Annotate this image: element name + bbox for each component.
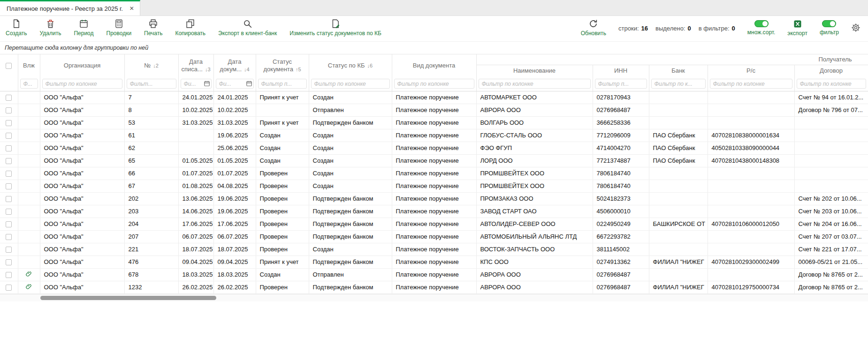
cell-status_kb[interactable]: Подтвержден банком: [309, 218, 392, 230]
cell-status_kb[interactable]: Создан: [309, 154, 392, 167]
cell-account[interactable]: [708, 230, 794, 243]
cell-contract[interactable]: [794, 154, 868, 167]
table-row[interactable]: ООО "Альфа"123226.02.202526.02.2025Прове…: [0, 281, 868, 293]
cell-doc_type[interactable]: Платежное поручение: [392, 116, 476, 129]
cell-status_doc[interactable]: [256, 104, 309, 116]
table-row[interactable]: ООО "Альфа"5331.03.202531.03.2025Принят …: [0, 116, 868, 129]
row-checkbox[interactable]: [6, 133, 12, 139]
row-select-cell[interactable]: [0, 205, 18, 218]
cell-name[interactable]: ГЛОБУС-СТАЛЬ ООО: [476, 129, 593, 142]
cell-status_kb[interactable]: Создан: [309, 167, 392, 180]
cell-status_doc[interactable]: Проверен: [256, 281, 309, 293]
filter-toggle[interactable]: фильтр: [820, 19, 839, 36]
horizontal-scrollbar[interactable]: [0, 294, 868, 301]
cell-date_doc[interactable]: 19.06.2025: [213, 205, 256, 218]
cell-date_doc[interactable]: 18.07.2025: [213, 243, 256, 256]
tab-close-icon[interactable]: ✕: [129, 5, 134, 12]
tab-payment-register[interactable]: Платежное поручение - Реестр за 2025 г. …: [0, 0, 140, 15]
cell-date_off[interactable]: 24.01.2025: [178, 91, 213, 104]
cell-inn[interactable]: 6672293782: [593, 230, 649, 243]
cell-date_doc[interactable]: 10.02.2025: [213, 104, 256, 116]
attachment-cell[interactable]: [18, 218, 40, 230]
filter-input-contract[interactable]: [797, 79, 866, 89]
filter-input-status_doc[interactable]: [258, 79, 307, 89]
cell-num[interactable]: 66: [124, 167, 178, 180]
cell-date_off[interactable]: 09.04.2025: [178, 256, 213, 268]
cell-inn[interactable]: 7712096009: [593, 129, 649, 142]
cell-inn[interactable]: 0224950249: [593, 218, 649, 230]
cell-name[interactable]: АВРОРА ООО: [476, 281, 593, 293]
row-checkbox[interactable]: [6, 285, 12, 291]
row-select-cell[interactable]: [0, 281, 18, 293]
cell-inn[interactable]: 7806184740: [593, 180, 649, 192]
table-row[interactable]: ООО "Альфа"20706.07.202506.07.2025Провер…: [0, 230, 868, 243]
attachment-cell[interactable]: [18, 142, 40, 154]
cell-date_doc[interactable]: 24.01.2025: [213, 91, 256, 104]
attachment-cell[interactable]: [18, 154, 40, 167]
cell-date_off[interactable]: 26.02.2025: [178, 281, 213, 293]
cell-inn[interactable]: 3811145002: [593, 243, 649, 256]
row-checkbox[interactable]: [6, 145, 12, 151]
export-excel-button[interactable]: экспорт: [787, 19, 807, 37]
attachment-cell[interactable]: [18, 256, 40, 268]
cell-date_doc[interactable]: 01.07.2025: [213, 167, 256, 180]
cell-status_doc[interactable]: Проверен: [256, 192, 309, 205]
cell-date_off[interactable]: [178, 129, 213, 142]
cell-bank[interactable]: [649, 243, 708, 256]
cell-bank[interactable]: [649, 230, 708, 243]
cell-date_doc[interactable]: 17.06.2025: [213, 218, 256, 230]
row-select-cell[interactable]: [0, 230, 18, 243]
copy-button[interactable]: Копировать: [175, 19, 206, 37]
row-select-cell[interactable]: [0, 268, 18, 281]
cell-doc_type[interactable]: Платежное поручение: [392, 281, 476, 293]
cell-date_doc[interactable]: 04.08.2025: [213, 180, 256, 192]
cell-bank[interactable]: ПАО Сбербанк: [649, 154, 708, 167]
column-header-contract[interactable]: Договор: [794, 65, 868, 77]
table-row[interactable]: ООО "Альфа"810.02.202510.02.2025Отправле…: [0, 104, 868, 116]
cell-doc_type[interactable]: Платежное поручение: [392, 192, 476, 205]
cell-status_doc[interactable]: Принят к учет: [256, 116, 309, 129]
table-row[interactable]: ООО "Альфа"20314.06.202519.06.2025Провер…: [0, 205, 868, 218]
cell-bank[interactable]: ПАО Сбербанк: [649, 142, 708, 154]
cell-date_off[interactable]: 06.07.2025: [178, 230, 213, 243]
cell-date_doc[interactable]: 18.03.2025: [213, 268, 256, 281]
cell-contract[interactable]: Счет № 207 от 03.07...: [794, 230, 868, 243]
cell-inn[interactable]: 0278170943: [593, 91, 649, 104]
filter-input-attach[interactable]: [20, 79, 38, 89]
cell-inn[interactable]: 4714004270: [593, 142, 649, 154]
cell-bank[interactable]: [649, 192, 708, 205]
cell-contract[interactable]: [794, 142, 868, 154]
filter-switch[interactable]: [822, 20, 836, 27]
column-header-status_kb[interactable]: Статус по КБ↓6: [309, 54, 392, 77]
cell-bank[interactable]: [649, 104, 708, 116]
table-row[interactable]: ООО "Альфа"6601.07.202501.07.2025Провере…: [0, 167, 868, 180]
cell-bank[interactable]: ФИЛИАЛ "НИЖЕГ: [649, 256, 708, 268]
cell-num[interactable]: 476: [124, 256, 178, 268]
cell-contract[interactable]: Счет № 203 от 10.06...: [794, 205, 868, 218]
cell-num[interactable]: 1232: [124, 281, 178, 293]
cell-date_doc[interactable]: 01.05.2025: [213, 154, 256, 167]
cell-inn[interactable]: 4506000010: [593, 205, 649, 218]
cell-name[interactable]: АВТОМАРКЕТ ООО: [476, 91, 593, 104]
cell-date_doc[interactable]: 09.04.2025: [213, 256, 256, 268]
cell-num[interactable]: 202: [124, 192, 178, 205]
cell-org[interactable]: ООО "Альфа": [40, 167, 124, 180]
row-select-cell[interactable]: [0, 154, 18, 167]
table-row[interactable]: ООО "Альфа"47609.04.202509.04.2025Принят…: [0, 256, 868, 268]
calendar-icon[interactable]: [246, 80, 252, 87]
cell-status_kb[interactable]: Отправлен: [309, 104, 392, 116]
cell-doc_type[interactable]: Платежное поручение: [392, 218, 476, 230]
cell-status_kb[interactable]: Подтвержден банком: [309, 281, 392, 293]
cell-name[interactable]: ФЭО ФГУП: [476, 142, 593, 154]
cell-num[interactable]: 67: [124, 180, 178, 192]
filter-input-inn[interactable]: [595, 79, 647, 89]
cell-org[interactable]: ООО "Альфа": [40, 192, 124, 205]
cell-date_doc[interactable]: 25.06.2025: [213, 142, 256, 154]
table-row[interactable]: ООО "Альфа"6501.05.202501.05.2025СозданС…: [0, 154, 868, 167]
row-select-cell[interactable]: [0, 142, 18, 154]
cell-bank[interactable]: [649, 268, 708, 281]
table-row[interactable]: ООО "Альфа"20213.06.202519.06.2025Провер…: [0, 192, 868, 205]
table-row[interactable]: ООО "Альфа"20417.06.202517.06.2025Провер…: [0, 218, 868, 230]
attachment-cell[interactable]: [18, 129, 40, 142]
cell-date_off[interactable]: 01.08.2025: [178, 180, 213, 192]
